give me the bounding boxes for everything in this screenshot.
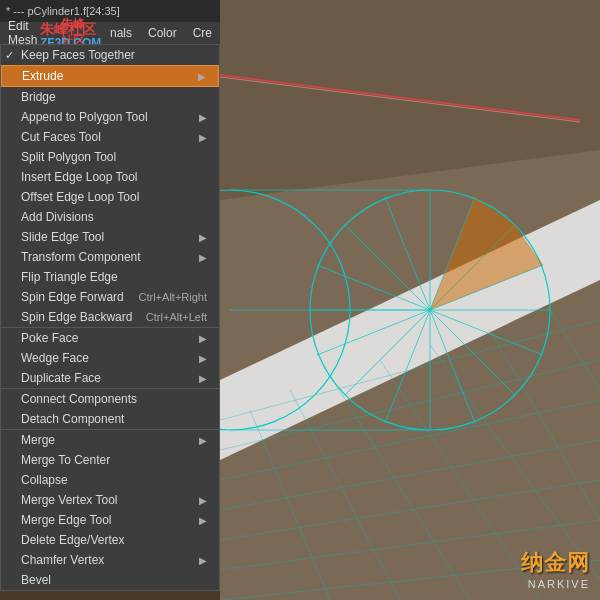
logo-watermark: 纳金网 NARKIVE: [521, 548, 590, 590]
menu-item-label-21: Collapse: [21, 473, 68, 487]
menu-item-label-11: Flip Triangle Edge: [21, 270, 118, 284]
menu-item-label-6: Insert Edge Loop Tool: [21, 170, 138, 184]
menu-item-arrow-15: ▶: [199, 353, 207, 364]
menu-item-15[interactable]: Wedge Face▶: [1, 348, 219, 368]
logo-line2: NARKIVE: [521, 578, 590, 590]
menu-item-arrow-14: ▶: [199, 333, 207, 344]
menu-item-label-15: Wedge Face: [21, 351, 89, 365]
menu-item-label-14: Poke Face: [21, 331, 78, 345]
menu-item-arrow-22: ▶: [199, 495, 207, 506]
menu-item-14[interactable]: Poke Face▶: [1, 327, 219, 348]
menu-item-label-22: Merge Vertex Tool: [21, 493, 118, 507]
menu-item-21[interactable]: Collapse: [1, 470, 219, 490]
menu-item-label-18: Detach Component: [21, 412, 124, 426]
menu-item-label-19: Merge: [21, 433, 55, 447]
dropdown-menu: Keep Faces TogetherExtrude▶BridgeAppend …: [0, 44, 220, 591]
menu-item-label-20: Merge To Center: [21, 453, 110, 467]
menu-bar-normals[interactable]: nals: [106, 24, 136, 42]
menu-item-label-17: Connect Components: [21, 392, 137, 406]
menu-item-arrow-23: ▶: [199, 515, 207, 526]
menu-item-26[interactable]: Bevel: [1, 570, 219, 590]
menu-item-label-0: Keep Faces Together: [21, 48, 135, 62]
menu-bar-color[interactable]: Color: [144, 24, 181, 42]
menu-item-6[interactable]: Insert Edge Loop Tool: [1, 167, 219, 187]
menu-item-label-24: Delete Edge/Vertex: [21, 533, 124, 547]
menu-item-24[interactable]: Delete Edge/Vertex: [1, 530, 219, 550]
menu-item-label-8: Add Divisions: [21, 210, 94, 224]
menu-item-label-4: Cut Faces Tool: [21, 130, 101, 144]
menu-item-arrow-3: ▶: [199, 112, 207, 123]
menu-item-10[interactable]: Transform Component▶: [1, 247, 219, 267]
watermark-line1: 朱峰社区: [40, 22, 101, 37]
menu-item-4[interactable]: Cut Faces Tool▶: [1, 127, 219, 147]
menu-item-20[interactable]: Merge To Center: [1, 450, 219, 470]
menu-item-shortcut-13: Ctrl+Alt+Left: [146, 311, 207, 323]
menu-item-arrow-25: ▶: [199, 555, 207, 566]
menu-item-label-5: Split Polygon Tool: [21, 150, 116, 164]
logo-line1: 纳金网: [521, 548, 590, 578]
menu-item-arrow-1: ▶: [198, 71, 206, 82]
menu-item-label-2: Bridge: [21, 90, 56, 104]
menu-item-label-1: Extrude: [22, 69, 63, 83]
menu-item-13[interactable]: Spin Edge BackwardCtrl+Alt+Left: [1, 307, 219, 327]
menu-item-label-9: Slide Edge Tool: [21, 230, 104, 244]
menu-item-arrow-4: ▶: [199, 132, 207, 143]
menu-item-3[interactable]: Append to Polygon Tool▶: [1, 107, 219, 127]
menu-item-label-12: Spin Edge Forward: [21, 290, 124, 304]
menu-item-label-3: Append to Polygon Tool: [21, 110, 148, 124]
menu-item-2[interactable]: Bridge: [1, 87, 219, 107]
menu-item-19[interactable]: Merge▶: [1, 429, 219, 450]
menu-item-23[interactable]: Merge Edge Tool▶: [1, 510, 219, 530]
menu-item-1[interactable]: Extrude▶: [1, 65, 219, 87]
menu-item-9[interactable]: Slide Edge Tool▶: [1, 227, 219, 247]
menu-item-7[interactable]: Offset Edge Loop Tool: [1, 187, 219, 207]
menu-item-22[interactable]: Merge Vertex Tool▶: [1, 490, 219, 510]
menu-item-11[interactable]: Flip Triangle Edge: [1, 267, 219, 287]
menu-item-arrow-19: ▶: [199, 435, 207, 446]
menu-item-arrow-10: ▶: [199, 252, 207, 263]
menu-item-5[interactable]: Split Polygon Tool: [1, 147, 219, 167]
menu-item-8[interactable]: Add Divisions: [1, 207, 219, 227]
menu-item-shortcut-12: Ctrl+Alt+Right: [139, 291, 207, 303]
menu-item-label-23: Merge Edge Tool: [21, 513, 112, 527]
menu-item-label-10: Transform Component: [21, 250, 141, 264]
menu-item-12[interactable]: Spin Edge ForwardCtrl+Alt+Right: [1, 287, 219, 307]
menu-bar-create[interactable]: Cre: [189, 24, 216, 42]
menu-item-label-26: Bevel: [21, 573, 51, 587]
menu-item-arrow-16: ▶: [199, 373, 207, 384]
menu-item-25[interactable]: Chamfer Vertex▶: [1, 550, 219, 570]
menu-item-label-25: Chamfer Vertex: [21, 553, 104, 567]
menu-item-label-16: Duplicate Face: [21, 371, 101, 385]
menu-item-18[interactable]: Detach Component: [1, 409, 219, 429]
menu-item-arrow-9: ▶: [199, 232, 207, 243]
menu-item-16[interactable]: Duplicate Face▶: [1, 368, 219, 388]
menu-item-0[interactable]: Keep Faces Together: [1, 45, 219, 65]
menu-item-17[interactable]: Connect Components: [1, 388, 219, 409]
menu-bar[interactable]: Edit Mesh 朱峰社区 nals Color Cre: [0, 22, 220, 44]
menu-item-label-13: Spin Edge Backward: [21, 310, 132, 324]
menu-item-label-7: Offset Edge Loop Tool: [21, 190, 139, 204]
